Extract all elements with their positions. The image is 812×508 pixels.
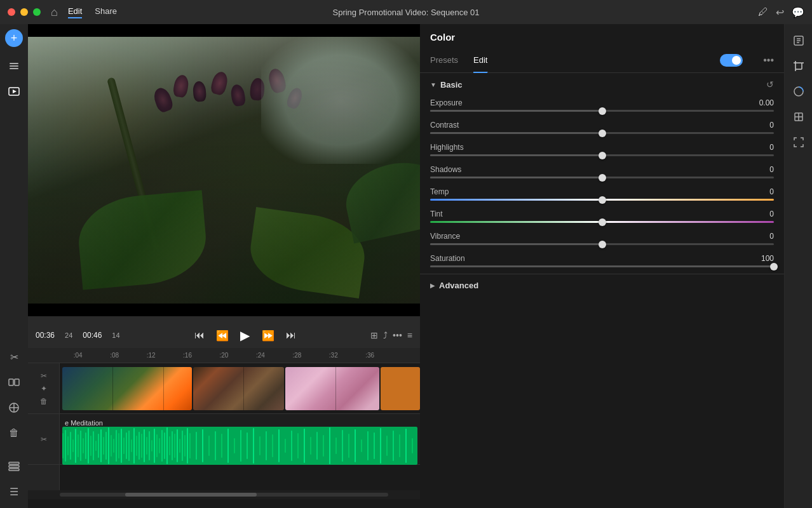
cherry-clip[interactable] bbox=[285, 367, 380, 410]
svg-rect-57 bbox=[172, 431, 173, 460]
undo-icon[interactable]: ↩ bbox=[776, 6, 784, 18]
contrast-slider-thumb[interactable] bbox=[599, 130, 606, 137]
timeline-tracks: ✂ ✦ 🗑 ✂ bbox=[28, 363, 420, 490]
landscape-clip[interactable] bbox=[62, 367, 192, 410]
video-preview bbox=[28, 24, 420, 316]
audio-label: e Meditation bbox=[65, 419, 103, 427]
crop-icon[interactable] bbox=[787, 55, 810, 77]
skip-to-start-button[interactable]: ⏮ bbox=[191, 326, 208, 344]
list-icon[interactable]: ☰ bbox=[3, 480, 25, 503]
contrast-slider-track[interactable] bbox=[430, 132, 774, 134]
video-container: 00:36 24 00:46 14 ⏮ ⏪ ▶ ⏩ ⏭ ⊞ ⤴ ••• ≡ :0… bbox=[28, 24, 420, 508]
scissors-icon[interactable]: ✂ bbox=[3, 345, 25, 368]
temp-slider-track[interactable] bbox=[430, 199, 774, 201]
step-forward-button[interactable]: ⏩ bbox=[259, 326, 277, 344]
presets-tab[interactable]: Presets bbox=[430, 48, 458, 72]
highlights-label: Highlights bbox=[430, 143, 464, 152]
home-icon[interactable]: ⌂ bbox=[51, 6, 58, 19]
basic-section-header[interactable]: ▼ Basic ↺ bbox=[420, 73, 784, 96]
shadows-value: 0 bbox=[769, 165, 774, 174]
audio-scissors-icon[interactable]: ✂ bbox=[41, 435, 47, 444]
magic-wand-icon[interactable]: 🖊 bbox=[758, 6, 768, 18]
timeline-icon[interactable] bbox=[3, 455, 25, 478]
highlights-slider-fill bbox=[430, 154, 602, 156]
svg-rect-6 bbox=[15, 379, 19, 385]
edit-toggle[interactable] bbox=[720, 54, 743, 67]
timeline-scrollbar[interactable] bbox=[28, 490, 420, 499]
orange-clip[interactable] bbox=[381, 367, 420, 410]
delete-icon[interactable]: 🗑 bbox=[3, 422, 25, 444]
transform-icon[interactable] bbox=[787, 105, 810, 128]
scrubber-bar[interactable] bbox=[28, 316, 420, 323]
exposure-label-row: Exposure 0.00 bbox=[430, 98, 774, 107]
saturation-value: 100 bbox=[761, 254, 774, 263]
svg-rect-42 bbox=[133, 428, 135, 464]
vibrance-slider-thumb[interactable] bbox=[599, 241, 606, 248]
minimize-button[interactable] bbox=[20, 8, 28, 16]
svg-rect-75 bbox=[259, 436, 261, 455]
panel-more-icon[interactable]: ••• bbox=[763, 55, 774, 66]
advanced-section-header[interactable]: ▶ Advanced bbox=[420, 274, 784, 297]
temp-slider-thumb[interactable] bbox=[599, 196, 606, 204]
add-button[interactable]: + bbox=[5, 29, 23, 47]
edit-tab[interactable]: Edit bbox=[473, 48, 487, 72]
scissors-track-icon[interactable]: ✂ bbox=[41, 371, 47, 380]
skip-to-end-button[interactable]: ⏭ bbox=[282, 326, 300, 344]
delete-track-icon[interactable]: 🗑 bbox=[40, 397, 48, 406]
effects-track-icon[interactable]: ✦ bbox=[41, 384, 47, 393]
exposure-value: 0.00 bbox=[759, 98, 774, 107]
color-panel: Color Presets Edit ••• ▼ Basic ↺ Exposur… bbox=[420, 24, 784, 508]
maximize-button[interactable] bbox=[33, 8, 41, 16]
step-back-button[interactable]: ⏪ bbox=[213, 326, 231, 344]
svg-rect-78 bbox=[278, 429, 280, 462]
flowers-clip[interactable] bbox=[193, 367, 283, 410]
svg-rect-1 bbox=[10, 65, 18, 67]
layers-icon[interactable] bbox=[3, 55, 25, 77]
timeline-ruler: :04 :08 :12 :16 :20 :24 :28 :32 :36 bbox=[28, 348, 420, 363]
shadows-slider-track[interactable] bbox=[430, 177, 774, 178]
caption-icon[interactable]: 💬 bbox=[792, 6, 804, 18]
edit-menu-item[interactable]: Edit bbox=[68, 6, 82, 18]
shadows-slider-thumb[interactable] bbox=[599, 174, 606, 182]
scrollbar-track[interactable] bbox=[60, 493, 388, 497]
svg-rect-71 bbox=[234, 438, 235, 453]
total-frame: 14 bbox=[112, 331, 119, 339]
color-icon[interactable] bbox=[787, 80, 810, 103]
exposure-slider-thumb[interactable] bbox=[599, 107, 606, 115]
saturation-slider-track[interactable] bbox=[430, 265, 774, 267]
highlights-slider-thumb[interactable] bbox=[599, 152, 606, 159]
ruler-mark: :12 bbox=[133, 352, 169, 359]
collapse-icon[interactable]: ≡ bbox=[407, 330, 412, 340]
scrollbar-thumb[interactable] bbox=[125, 493, 257, 497]
svg-rect-73 bbox=[247, 432, 248, 459]
svg-rect-18 bbox=[72, 439, 74, 452]
exposure-slider-track[interactable] bbox=[430, 110, 774, 112]
fit-to-screen-icon[interactable]: ⊞ bbox=[370, 330, 378, 340]
tint-slider-track[interactable] bbox=[430, 221, 774, 223]
saturation-slider-thumb[interactable] bbox=[770, 263, 778, 271]
export-icon[interactable]: ⤴ bbox=[383, 330, 388, 340]
highlights-label-row: Highlights 0 bbox=[430, 143, 774, 152]
svg-rect-88 bbox=[342, 430, 343, 462]
svg-rect-70 bbox=[227, 429, 229, 463]
inspector-icon[interactable] bbox=[787, 29, 810, 52]
highlights-slider-track[interactable] bbox=[430, 154, 774, 156]
play-button[interactable]: ▶ bbox=[236, 326, 254, 344]
transition-icon[interactable] bbox=[3, 371, 25, 394]
basic-reset-icon[interactable]: ↺ bbox=[766, 79, 774, 90]
shadows-slider-row: Shadows 0 bbox=[420, 163, 784, 185]
media-icon[interactable] bbox=[3, 80, 25, 103]
temp-value: 0 bbox=[769, 187, 774, 196]
share-menu-item[interactable]: Share bbox=[95, 6, 117, 18]
vibrance-slider-track[interactable] bbox=[430, 243, 774, 245]
close-button[interactable] bbox=[8, 8, 15, 16]
video-frame bbox=[28, 37, 420, 304]
effects-icon[interactable] bbox=[3, 396, 25, 419]
more-options-icon[interactable]: ••• bbox=[393, 330, 402, 340]
svg-rect-79 bbox=[285, 439, 286, 453]
fit-icon[interactable] bbox=[787, 131, 810, 154]
color-panel-title: Color bbox=[420, 24, 784, 48]
tint-slider-thumb[interactable] bbox=[599, 218, 606, 226]
ruler-mark: :28 bbox=[279, 352, 315, 359]
video-track-controls: ✂ ✦ 🗑 bbox=[28, 363, 59, 414]
